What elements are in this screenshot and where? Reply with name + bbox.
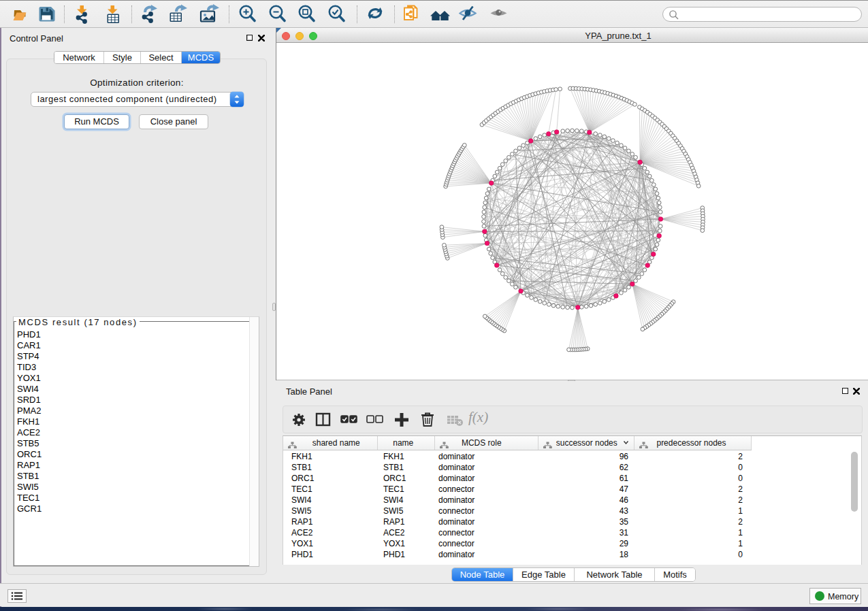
- svg-text:Memory: Memory: [828, 592, 859, 601]
